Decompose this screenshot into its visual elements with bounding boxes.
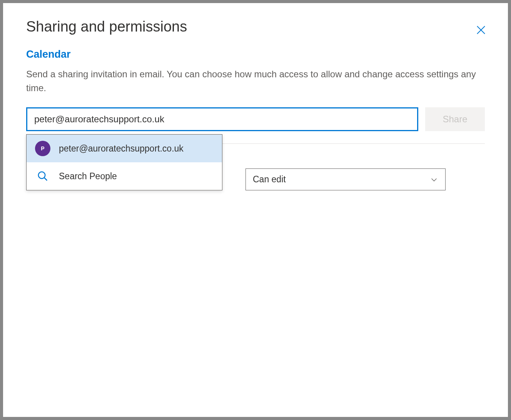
svg-line-3 <box>44 178 47 181</box>
share-input-row: Share P peter@auroratechsupport.co.uk Se… <box>26 107 485 131</box>
chevron-down-icon <box>430 175 438 184</box>
calendar-subtitle: Calendar <box>26 48 485 60</box>
close-button[interactable] <box>475 24 487 36</box>
suggestion-dropdown: P peter@auroratechsupport.co.uk Search P… <box>26 134 222 190</box>
permission-select[interactable]: Can edit <box>245 168 446 190</box>
dialog-description: Send a sharing invitation in email. You … <box>26 67 485 95</box>
avatar: P <box>35 141 50 156</box>
permission-value: Can edit <box>253 174 286 185</box>
search-people-label: Search People <box>59 171 117 182</box>
search-icon <box>35 168 50 184</box>
sharing-dialog: Sharing and permissions Calendar Send a … <box>3 3 508 417</box>
email-input[interactable] <box>26 107 418 131</box>
share-button[interactable]: Share <box>425 107 485 131</box>
dialog-title: Sharing and permissions <box>26 18 485 35</box>
svg-point-2 <box>38 172 45 179</box>
suggestion-person[interactable]: P peter@auroratechsupport.co.uk <box>27 135 222 162</box>
close-icon <box>475 24 487 36</box>
suggestion-email: peter@auroratechsupport.co.uk <box>59 143 184 154</box>
suggestion-search-people[interactable]: Search People <box>27 162 222 190</box>
